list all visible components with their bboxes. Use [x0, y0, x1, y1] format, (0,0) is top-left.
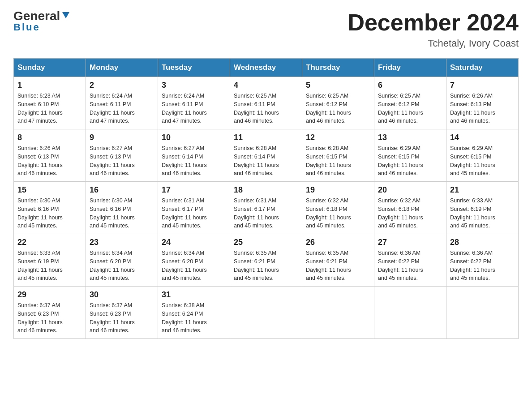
- calendar-cell: 3Sunrise: 6:24 AMSunset: 6:11 PMDaylight…: [158, 77, 230, 129]
- calendar-cell: [230, 287, 302, 339]
- day-number: 26: [306, 238, 370, 247]
- calendar-cell: 15Sunrise: 6:30 AMSunset: 6:16 PMDayligh…: [14, 182, 86, 234]
- calendar-header-thursday: Thursday: [302, 59, 374, 77]
- day-info: Sunrise: 6:29 AMSunset: 6:15 PMDaylight:…: [378, 144, 442, 178]
- day-info: Sunrise: 6:32 AMSunset: 6:18 PMDaylight:…: [378, 197, 442, 230]
- location-title: Tchetaly, Ivory Coast: [348, 38, 519, 49]
- logo-arrow-icon: [61, 10, 71, 20]
- calendar-cell: 6Sunrise: 6:25 AMSunset: 6:12 PMDaylight…: [374, 77, 446, 129]
- calendar-header-row: SundayMondayTuesdayWednesdayThursdayFrid…: [14, 59, 519, 77]
- day-number: 10: [162, 133, 226, 142]
- day-number: 5: [306, 81, 370, 90]
- day-info: Sunrise: 6:33 AMSunset: 6:19 PMDaylight:…: [17, 249, 82, 283]
- day-info: Sunrise: 6:36 AMSunset: 6:22 PMDaylight:…: [378, 249, 442, 283]
- day-info: Sunrise: 6:27 AMSunset: 6:13 PMDaylight:…: [90, 144, 154, 178]
- calendar-cell: 22Sunrise: 6:33 AMSunset: 6:19 PMDayligh…: [14, 234, 86, 287]
- title-area: December 2024 Tchetaly, Ivory Coast: [348, 9, 519, 49]
- day-number: 28: [450, 238, 515, 247]
- svg-marker-0: [62, 12, 69, 18]
- calendar-cell: 4Sunrise: 6:25 AMSunset: 6:11 PMDaylight…: [230, 77, 302, 129]
- day-number: 15: [17, 185, 82, 195]
- day-number: 31: [162, 290, 226, 300]
- day-number: 3: [162, 81, 226, 90]
- calendar-cell: [302, 287, 374, 339]
- calendar-cell: 28Sunrise: 6:36 AMSunset: 6:22 PMDayligh…: [446, 234, 519, 287]
- calendar-cell: 18Sunrise: 6:31 AMSunset: 6:17 PMDayligh…: [230, 182, 302, 234]
- day-number: 8: [17, 133, 82, 142]
- day-info: Sunrise: 6:27 AMSunset: 6:14 PMDaylight:…: [162, 144, 226, 178]
- calendar-week-row: 15Sunrise: 6:30 AMSunset: 6:16 PMDayligh…: [14, 182, 519, 234]
- day-number: 17: [162, 185, 226, 195]
- day-info: Sunrise: 6:25 AMSunset: 6:12 PMDaylight:…: [306, 92, 370, 125]
- calendar-week-row: 22Sunrise: 6:33 AMSunset: 6:19 PMDayligh…: [14, 234, 519, 287]
- calendar-cell: [374, 287, 446, 339]
- day-number: 13: [378, 133, 442, 142]
- day-info: Sunrise: 6:36 AMSunset: 6:22 PMDaylight:…: [450, 249, 515, 283]
- calendar-cell: 30Sunrise: 6:37 AMSunset: 6:23 PMDayligh…: [86, 287, 158, 339]
- calendar-cell: 11Sunrise: 6:28 AMSunset: 6:14 PMDayligh…: [230, 129, 302, 182]
- day-number: 21: [450, 185, 515, 195]
- day-number: 16: [90, 185, 154, 195]
- day-number: 24: [162, 238, 226, 247]
- day-number: 6: [378, 81, 442, 90]
- day-number: 27: [378, 238, 442, 247]
- day-info: Sunrise: 6:32 AMSunset: 6:18 PMDaylight:…: [306, 197, 370, 230]
- calendar-cell: 9Sunrise: 6:27 AMSunset: 6:13 PMDaylight…: [86, 129, 158, 182]
- calendar-cell: 17Sunrise: 6:31 AMSunset: 6:17 PMDayligh…: [158, 182, 230, 234]
- calendar-cell: 25Sunrise: 6:35 AMSunset: 6:21 PMDayligh…: [230, 234, 302, 287]
- day-number: 23: [90, 238, 154, 247]
- logo: General Blue: [13, 9, 71, 33]
- calendar-cell: 8Sunrise: 6:26 AMSunset: 6:13 PMDaylight…: [14, 129, 86, 182]
- calendar-cell: 20Sunrise: 6:32 AMSunset: 6:18 PMDayligh…: [374, 182, 446, 234]
- day-info: Sunrise: 6:31 AMSunset: 6:17 PMDaylight:…: [234, 197, 298, 230]
- calendar-header-saturday: Saturday: [446, 59, 519, 77]
- day-number: 29: [17, 290, 82, 300]
- day-info: Sunrise: 6:34 AMSunset: 6:20 PMDaylight:…: [90, 249, 154, 283]
- calendar-cell: 7Sunrise: 6:26 AMSunset: 6:13 PMDaylight…: [446, 77, 519, 129]
- calendar-cell: 19Sunrise: 6:32 AMSunset: 6:18 PMDayligh…: [302, 182, 374, 234]
- day-info: Sunrise: 6:30 AMSunset: 6:16 PMDaylight:…: [17, 197, 82, 230]
- day-info: Sunrise: 6:23 AMSunset: 6:10 PMDaylight:…: [17, 92, 82, 125]
- calendar-header-sunday: Sunday: [14, 59, 86, 77]
- calendar-cell: 16Sunrise: 6:30 AMSunset: 6:16 PMDayligh…: [86, 182, 158, 234]
- calendar-cell: 13Sunrise: 6:29 AMSunset: 6:15 PMDayligh…: [374, 129, 446, 182]
- page-header: General Blue December 2024 Tchetaly, Ivo…: [13, 9, 519, 49]
- calendar-cell: 5Sunrise: 6:25 AMSunset: 6:12 PMDaylight…: [302, 77, 374, 129]
- calendar-header-friday: Friday: [374, 59, 446, 77]
- calendar-cell: 14Sunrise: 6:29 AMSunset: 6:15 PMDayligh…: [446, 129, 519, 182]
- month-title: December 2024: [348, 9, 519, 36]
- calendar-week-row: 29Sunrise: 6:37 AMSunset: 6:23 PMDayligh…: [14, 287, 519, 339]
- day-info: Sunrise: 6:34 AMSunset: 6:20 PMDaylight:…: [162, 249, 226, 283]
- day-info: Sunrise: 6:35 AMSunset: 6:21 PMDaylight:…: [234, 249, 298, 283]
- calendar-header-monday: Monday: [86, 59, 158, 77]
- calendar-cell: 10Sunrise: 6:27 AMSunset: 6:14 PMDayligh…: [158, 129, 230, 182]
- day-info: Sunrise: 6:29 AMSunset: 6:15 PMDaylight:…: [450, 144, 515, 178]
- day-number: 1: [17, 81, 82, 90]
- calendar-cell: [446, 287, 519, 339]
- calendar-cell: 26Sunrise: 6:35 AMSunset: 6:21 PMDayligh…: [302, 234, 374, 287]
- day-number: 20: [378, 185, 442, 195]
- day-number: 30: [90, 290, 154, 300]
- calendar-cell: 24Sunrise: 6:34 AMSunset: 6:20 PMDayligh…: [158, 234, 230, 287]
- calendar-cell: 31Sunrise: 6:38 AMSunset: 6:24 PMDayligh…: [158, 287, 230, 339]
- logo-blue-text: Blue: [13, 21, 40, 33]
- calendar-cell: 21Sunrise: 6:33 AMSunset: 6:19 PMDayligh…: [446, 182, 519, 234]
- calendar-cell: 27Sunrise: 6:36 AMSunset: 6:22 PMDayligh…: [374, 234, 446, 287]
- day-number: 7: [450, 81, 515, 90]
- day-number: 11: [234, 133, 298, 142]
- day-number: 4: [234, 81, 298, 90]
- calendar-header-wednesday: Wednesday: [230, 59, 302, 77]
- day-info: Sunrise: 6:24 AMSunset: 6:11 PMDaylight:…: [90, 92, 154, 125]
- day-info: Sunrise: 6:38 AMSunset: 6:24 PMDaylight:…: [162, 301, 226, 335]
- day-info: Sunrise: 6:31 AMSunset: 6:17 PMDaylight:…: [162, 197, 226, 230]
- day-number: 18: [234, 185, 298, 195]
- day-number: 25: [234, 238, 298, 247]
- day-info: Sunrise: 6:24 AMSunset: 6:11 PMDaylight:…: [162, 92, 226, 125]
- day-number: 14: [450, 133, 515, 142]
- day-number: 2: [90, 81, 154, 90]
- day-info: Sunrise: 6:37 AMSunset: 6:23 PMDaylight:…: [17, 301, 82, 335]
- day-info: Sunrise: 6:35 AMSunset: 6:21 PMDaylight:…: [306, 249, 370, 283]
- calendar-week-row: 8Sunrise: 6:26 AMSunset: 6:13 PMDaylight…: [14, 129, 519, 182]
- calendar-cell: 23Sunrise: 6:34 AMSunset: 6:20 PMDayligh…: [86, 234, 158, 287]
- day-info: Sunrise: 6:28 AMSunset: 6:14 PMDaylight:…: [234, 144, 298, 178]
